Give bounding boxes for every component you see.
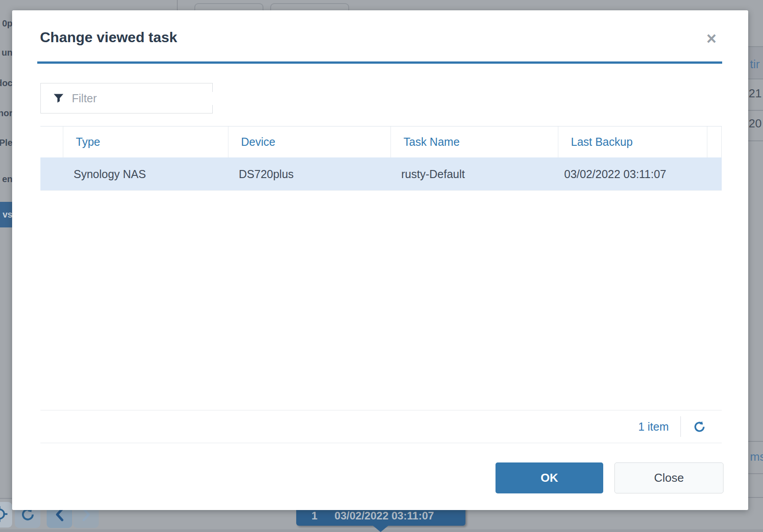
row-device-cell: DS720plus: [228, 157, 390, 190]
filter-field[interactable]: [40, 83, 213, 113]
target-icon: [0, 505, 9, 525]
table-header: Type Device Task Name Last Backup: [40, 126, 722, 157]
tooltip-date: 03/02/2022 03:11:07: [334, 510, 434, 522]
background-sidebar-fragment: un: [2, 48, 13, 58]
row-spacer-cell: [40, 157, 63, 190]
background-sidebar-active-item: vs: [0, 202, 13, 227]
column-header-task-name[interactable]: Task Name: [390, 126, 558, 157]
footer-divider: [680, 416, 681, 437]
background-toolbar-button: [194, 3, 263, 10]
column-header-last-backup[interactable]: Last Backup: [558, 126, 707, 157]
row-last-backup-cell: 03/02/2022 03:11:07: [558, 157, 707, 190]
table-row[interactable]: Synology NAS DS720plus rusty-Default 03/…: [40, 157, 722, 191]
column-header-device[interactable]: Device: [228, 126, 390, 157]
screen: 0p un doc nor Ple en vs tir 21 20 ms: [0, 0, 763, 532]
locate-button: [0, 502, 12, 528]
background-sidebar-fragment: nor: [0, 108, 13, 118]
dialog-title: Change viewed task: [40, 29, 177, 46]
background-sidebar-active-label: vs: [3, 202, 13, 227]
background-column-header-fragment: tir: [750, 57, 760, 71]
row-type-cell: Synology NAS: [63, 157, 228, 190]
background-sidebar-fragment: Ple: [0, 138, 13, 148]
refresh-button[interactable]: [693, 420, 706, 434]
background-sidebar-fragment: 0p: [2, 18, 13, 29]
item-count: 1 item: [638, 420, 669, 433]
background-cell-fragment: 21: [749, 87, 762, 100]
title-divider: [37, 61, 722, 64]
background-row-divider: [748, 110, 763, 111]
refresh-icon: [693, 420, 706, 434]
background-toolbar-button: [270, 3, 349, 10]
background-cell-fragment: 20: [749, 117, 762, 131]
filter-funnel-icon: [53, 92, 65, 105]
background-row-divider: [748, 140, 763, 141]
background-row-divider: [0, 498, 12, 499]
column-header-gutter: [707, 126, 722, 157]
background-sidebar-fragment: doc: [0, 78, 13, 88]
column-header-spacer: [40, 126, 63, 157]
change-viewed-task-dialog: Change viewed task × Type Device Task Na…: [12, 10, 748, 510]
background-row-divider: [748, 78, 763, 79]
tooltip-arrow: [373, 526, 388, 532]
row-task-name-cell: rusty-Default: [390, 157, 558, 190]
row-gutter-cell: [707, 157, 722, 190]
background-row-divider: [748, 441, 763, 442]
close-icon[interactable]: ×: [703, 30, 719, 48]
column-header-type[interactable]: Type: [63, 126, 228, 157]
ok-button[interactable]: OK: [496, 462, 603, 493]
background-sidebar-fragment: en: [2, 174, 13, 184]
list-footer: 1 item: [40, 410, 722, 443]
background-label-fragment: ms: [750, 450, 763, 464]
background-row-divider: [748, 473, 763, 474]
close-button[interactable]: Close: [614, 462, 724, 493]
background-toolbar-divider: [177, 0, 178, 10]
background-row-divider: [748, 46, 763, 47]
filter-input[interactable]: [72, 92, 216, 105]
page-number: 1: [311, 510, 317, 522]
background-row-divider: [748, 497, 763, 498]
